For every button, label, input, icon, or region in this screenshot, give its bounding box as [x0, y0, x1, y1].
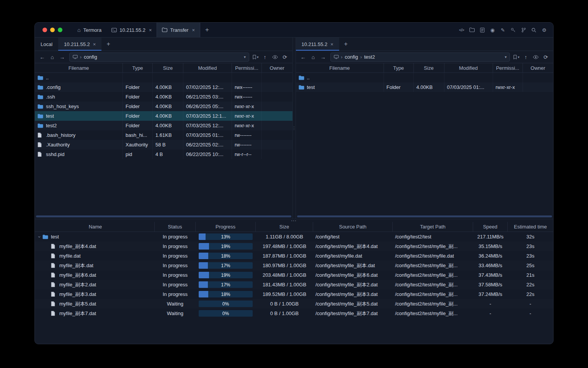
file-icon — [51, 282, 57, 287]
upload-button[interactable]: ↑ — [260, 53, 270, 62]
show-hidden-button[interactable] — [531, 53, 541, 62]
transfer-splitter[interactable]: ••• — [35, 219, 553, 222]
chevron-down-icon[interactable]: ▾ — [505, 55, 506, 59]
forward-button[interactable]: → — [57, 53, 67, 62]
app-tab-host[interactable]: 10.211.55.2 × — [106, 23, 157, 37]
column-header[interactable]: Target Path — [393, 222, 473, 232]
home-button[interactable]: ⌂ — [47, 53, 57, 62]
breadcrumb[interactable]: ›config ▾ — [69, 53, 249, 62]
edit-icon[interactable]: ✎ — [498, 26, 507, 34]
key-icon[interactable] — [509, 26, 518, 34]
column-header[interactable]: Permissi... — [232, 63, 262, 72]
zoom-window-button[interactable] — [58, 28, 62, 32]
column-header[interactable]: Speed — [473, 222, 508, 232]
breadcrumb-segment[interactable]: config — [345, 54, 358, 60]
forward-button[interactable]: → — [318, 53, 328, 62]
column-header[interactable]: Size — [153, 63, 183, 72]
column-header[interactable]: Name — [35, 222, 155, 232]
horizontal-scrollbar[interactable] — [297, 215, 552, 217]
column-header[interactable]: Modified — [444, 63, 493, 72]
column-header[interactable]: Type — [384, 63, 414, 72]
file-row[interactable]: .configFolder4.00KB07/02/2025 12:...rwx-… — [35, 82, 292, 92]
close-icon[interactable]: × — [149, 27, 152, 33]
file-row[interactable]: testFolder4.00KB07/03/2025 12:1...rwxr-x… — [35, 111, 292, 121]
transfer-row[interactable]: myfile_副本3.datIn progress18%189.52MB / 1… — [35, 289, 553, 299]
column-header[interactable]: Permissi... — [493, 63, 523, 72]
branch-icon[interactable] — [519, 26, 528, 34]
refresh-button[interactable]: ⟳ — [541, 53, 550, 62]
column-header[interactable]: Estimated time — [508, 222, 553, 232]
column-header[interactable]: Progress — [196, 222, 256, 232]
file-panes: Local10.211.55.2×+ ← ⌂ → ›config ▾ — [35, 38, 553, 219]
app-tab-label: Transfer — [170, 27, 188, 33]
pane-tab-10-211-55-2[interactable]: 10.211.55.2× — [58, 38, 101, 51]
bookmark-button[interactable]: ▾ — [512, 55, 521, 59]
close-icon[interactable]: × — [192, 27, 195, 33]
pane-tab-bar: Local10.211.55.2×+ — [35, 38, 292, 51]
file-row[interactable]: ssh_host_keysFolder4.00KB06/26/2025 05:.… — [35, 102, 292, 111]
breadcrumb[interactable]: ›config›test2 ▾ — [330, 53, 510, 62]
file-row[interactable]: test2Folder4.00KB07/03/2025 12:...rwxr-x… — [35, 121, 292, 130]
transfer-row[interactable]: myfile_副本5.datWaiting0%0 B / 1.00GB/conf… — [35, 299, 553, 309]
pane-tab-local[interactable]: Local — [35, 38, 58, 51]
breadcrumb-segment[interactable]: config — [84, 54, 97, 60]
pane-splitter[interactable]: ⋮ — [292, 38, 296, 219]
new-pane-tab-button[interactable]: + — [101, 38, 115, 51]
column-header[interactable]: Source Path — [313, 222, 393, 232]
column-header[interactable]: Modified — [183, 63, 232, 72]
refresh-button[interactable]: ⟳ — [280, 53, 290, 62]
column-header[interactable]: Owner — [262, 63, 292, 72]
column-header[interactable]: Filename — [35, 63, 123, 72]
breadcrumb-segment[interactable]: test2 — [364, 54, 375, 60]
back-button[interactable]: ← — [299, 53, 308, 62]
transfer-row[interactable]: ›testIn progress13%1.11GB / 8.00GB/confi… — [35, 232, 553, 242]
column-header[interactable]: Size — [256, 222, 313, 232]
file-row[interactable]: testFolder4.00KB07/03/2025 01:...rwxr-xr… — [296, 82, 554, 92]
transfer-row[interactable]: myfile.datIn progress18%187.87MB / 1.00G… — [35, 251, 553, 261]
app-tab-transfer[interactable]: Transfer × — [157, 23, 200, 37]
code-icon[interactable]: </> — [457, 26, 466, 34]
transfer-row[interactable]: myfile_副本4.datIn progress19%197.48MB / 1… — [35, 242, 553, 251]
folder-icon[interactable] — [467, 26, 476, 34]
search-icon[interactable] — [529, 26, 538, 34]
app-tab-termora[interactable]: ⌂ Termora — [72, 23, 106, 37]
transfer-row[interactable]: myfile_副本7.datWaiting0%0 B / 1.00GB/conf… — [35, 309, 553, 318]
back-button[interactable]: ← — [38, 53, 47, 62]
file-row[interactable]: .sshFolder4.00KB06/21/2025 03:...rwx----… — [35, 92, 292, 102]
record-icon[interactable]: ◉ — [488, 26, 497, 34]
chevron-down-icon[interactable]: ▾ — [518, 55, 519, 59]
column-header[interactable]: Filename — [296, 63, 384, 72]
file-row[interactable]: .. — [296, 73, 554, 82]
file-row[interactable]: sshd.pidpid4 B06/22/2025 10:...rw-r--r-- — [35, 150, 292, 159]
collapse-chevron-icon[interactable]: › — [37, 234, 42, 240]
column-header[interactable]: Type — [123, 63, 153, 72]
transfer-status: Waiting — [155, 301, 196, 307]
transfer-row[interactable]: myfile_副本2.datIn progress17%181.43MB / 1… — [35, 280, 553, 289]
chevron-down-icon[interactable]: ▾ — [244, 55, 246, 59]
column-header[interactable]: Owner — [523, 63, 554, 72]
pane-tab-10-211-55-2[interactable]: 10.211.55.2× — [296, 38, 339, 51]
column-header[interactable]: Size — [414, 63, 444, 72]
file-row[interactable]: .XauthorityXauthority58 B06/22/2025 02:.… — [35, 140, 292, 150]
close-icon[interactable]: × — [330, 41, 333, 47]
close-window-button[interactable] — [42, 28, 47, 32]
settings-icon[interactable]: ⚙ — [540, 26, 549, 34]
horizontal-scrollbar[interactable] — [36, 215, 291, 217]
home-button[interactable]: ⌂ — [309, 53, 318, 62]
file-row[interactable]: .bash_historybash_hi...1.61KB07/03/2025 … — [35, 130, 292, 140]
document-icon[interactable] — [478, 26, 487, 34]
new-pane-tab-button[interactable]: + — [339, 38, 353, 51]
transfer-row[interactable]: myfile_副本.datIn progress17%180.97MB / 1.… — [35, 261, 553, 270]
upload-button[interactable]: ↑ — [521, 53, 531, 62]
chevron-down-icon[interactable]: ▾ — [257, 55, 259, 59]
transfer-speed: 37.24MB/s — [473, 291, 508, 297]
bookmark-button[interactable]: ▾ — [252, 55, 260, 59]
minimize-window-button[interactable] — [50, 28, 55, 32]
file-row[interactable]: .. — [35, 73, 292, 82]
folder-icon — [38, 104, 44, 109]
close-icon[interactable]: × — [93, 41, 96, 47]
show-hidden-button[interactable] — [270, 53, 280, 62]
column-header[interactable]: Status — [155, 222, 196, 232]
new-tab-button[interactable]: + — [200, 23, 214, 37]
transfer-row[interactable]: myfile_副本6.datIn progress19%203.48MB / 1… — [35, 270, 553, 280]
